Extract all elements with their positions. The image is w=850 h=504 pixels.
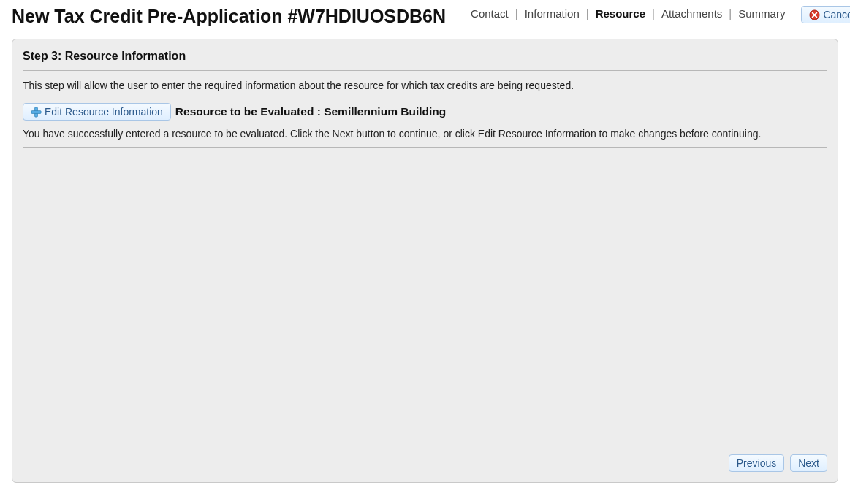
- step-title: Step 3: Resource Information: [23, 50, 827, 63]
- next-button[interactable]: Next: [790, 454, 827, 472]
- resource-label: Resource to be Evaluated : Semillennium …: [175, 105, 446, 118]
- nav-item-summary[interactable]: Summary: [735, 7, 788, 20]
- divider: [23, 70, 827, 71]
- wizard-panel: Step 3: Resource Information This step w…: [12, 39, 838, 483]
- cancel-icon: [809, 9, 820, 20]
- nav-item-contact[interactable]: Contact: [468, 7, 512, 20]
- page-header: New Tax Credit Pre-Application #W7HDIUOS…: [0, 0, 850, 30]
- nav-separator: |: [512, 7, 522, 20]
- resource-row: Edit Resource Information Resource to be…: [23, 103, 827, 121]
- previous-button-label: Previous: [737, 457, 776, 469]
- cancel-button-label: Cancel: [823, 9, 850, 20]
- edit-resource-button-label: Edit Resource Information: [45, 106, 163, 118]
- divider: [23, 147, 827, 148]
- edit-resource-button[interactable]: Edit Resource Information: [23, 103, 171, 121]
- panel-footer: Previous Next: [23, 447, 827, 472]
- page-title: New Tax Credit Pre-Application #W7HDIUOS…: [12, 6, 446, 27]
- cancel-button[interactable]: Cancel: [801, 6, 850, 23]
- header-actions: Cancel ?: [801, 6, 850, 23]
- success-message: You have successfully entered a resource…: [23, 128, 827, 140]
- nav-separator: |: [583, 7, 593, 20]
- nav-item-information[interactable]: Information: [522, 7, 583, 20]
- next-button-label: Next: [798, 457, 819, 469]
- svg-rect-4: [31, 110, 41, 113]
- nav-separator: |: [725, 7, 735, 20]
- step-description: This step will allow the user to enter t…: [23, 80, 827, 91]
- previous-button[interactable]: Previous: [729, 454, 784, 472]
- wizard-nav: Contact | Information | Resource | Attac…: [468, 7, 788, 20]
- nav-item-attachments[interactable]: Attachments: [659, 7, 725, 20]
- nav-item-resource[interactable]: Resource: [593, 7, 648, 20]
- nav-separator: |: [648, 7, 659, 20]
- plus-icon: [31, 107, 42, 118]
